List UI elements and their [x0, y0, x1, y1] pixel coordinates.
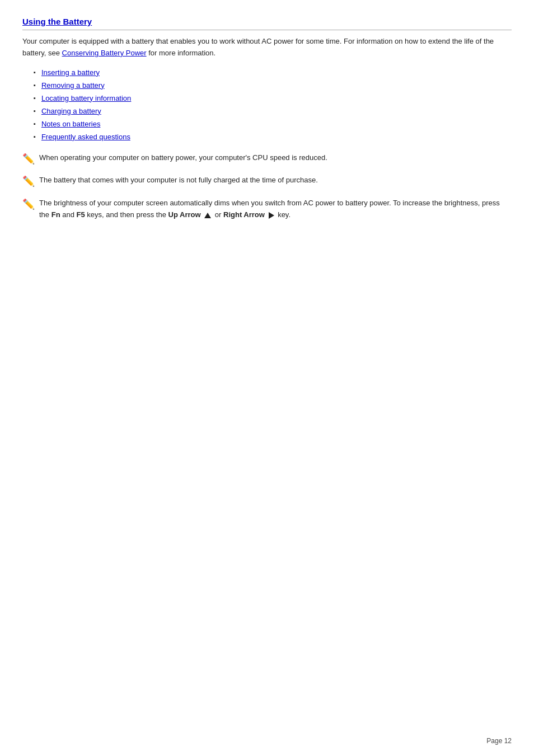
f5-key-label: F5 [77, 210, 85, 219]
note-text-2: The battery that comes with your compute… [39, 175, 318, 186]
charging-battery-link[interactable]: Charging a battery [41, 107, 101, 115]
up-arrow-label: Up Arrow [168, 210, 201, 219]
right-arrow-label: Right Arrow [223, 210, 265, 219]
list-item: Inserting a battery [34, 68, 512, 77]
note-text-1: When operating your computer on battery … [39, 152, 327, 164]
note-block-1: ✏️ When operating your computer on batte… [22, 152, 512, 167]
page-footer: Page 12 [486, 737, 512, 745]
list-item: Frequently asked questions [34, 133, 512, 141]
locating-battery-link[interactable]: Locating battery information [41, 94, 131, 102]
list-item: Notes on batteries [34, 120, 512, 128]
page-number: Page 12 [486, 737, 512, 745]
conserving-battery-link[interactable]: Conserving Battery Power [62, 49, 147, 57]
notes-batteries-link[interactable]: Notes on batteries [41, 120, 101, 128]
list-item: Locating battery information [34, 94, 512, 102]
intro-text-after: for more information. [147, 49, 216, 57]
note-block-3: ✏️ The brightness of your computer scree… [22, 198, 512, 221]
inserting-battery-link[interactable]: Inserting a battery [41, 68, 100, 77]
topic-list: Inserting a battery Removing a battery L… [34, 68, 512, 141]
fn-key-label: Fn [51, 210, 60, 219]
note-text-3: The brightness of your computer screen a… [39, 198, 512, 221]
removing-battery-link[interactable]: Removing a battery [41, 81, 105, 90]
note-icon-2: ✏️ [22, 173, 35, 190]
list-item: Charging a battery [34, 107, 512, 115]
up-arrow-icon [204, 213, 211, 218]
list-item: Removing a battery [34, 81, 512, 90]
page-title: Using the Battery [22, 17, 512, 30]
note-icon-1: ✏️ [22, 151, 35, 167]
note-icon-3: ✏️ [22, 196, 35, 213]
note-block-2: ✏️ The battery that comes with your comp… [22, 175, 512, 190]
intro-paragraph: Your computer is equipped with a battery… [22, 36, 512, 59]
right-arrow-icon [269, 212, 274, 219]
faq-link[interactable]: Frequently asked questions [41, 133, 130, 141]
